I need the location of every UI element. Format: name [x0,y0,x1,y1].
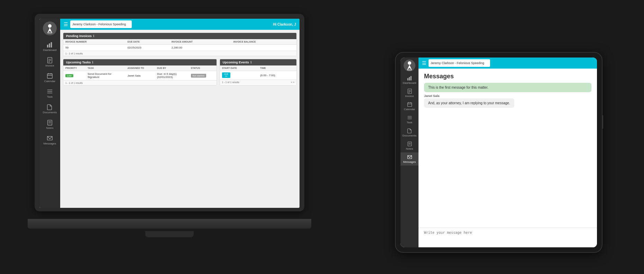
cell-invoice-number: 59 [63,45,126,51]
sidebar-item-dashboard[interactable]: Dashboard [39,39,60,54]
table-row: Low Send Document forSignature Janet Sal… [63,71,217,80]
svg-rect-3 [49,43,50,47]
col-invoice-amount: INVOICE AMOUNT [169,39,231,45]
sidebar-item-messages[interactable]: Messages [39,132,60,148]
tablet-side-button [602,115,603,129]
message-input[interactable] [424,231,591,243]
sidebar-notes-label: Notes [46,126,54,130]
tablet-sidebar-documents[interactable]: Documents [401,126,418,139]
col-assigned-to: ASSIGNED TO [125,65,155,71]
laptop-sidebar: Dashboard Invoice Calendar Task [39,19,60,208]
tablet-case-select[interactable]: Jeremy Clarkson - Felonious Speeding [429,59,490,67]
svg-rect-2 [47,45,48,47]
topbar-left: ☰ Jeremy Clarkson - Felonious Speeding [64,20,132,28]
tablet: Dashboard Invoice Calendar Task Document… [395,52,602,253]
cell-invoice-balance [231,45,296,51]
tablet-sidebar-calendar[interactable]: Calendar [401,100,418,113]
sidebar-item-documents[interactable]: Documents [39,101,60,117]
tablet-documents-label: Documents [403,134,416,137]
svg-point-20 [408,61,411,65]
pending-invoices-card: Pending Invoices ℹ INVOICE NUMBER DUE DA… [63,33,297,56]
tablet-sidebar-invoice[interactable]: Invoice [401,87,418,100]
cell-invoice-amount: 2,280.00 [169,45,231,51]
messages-body: This is the first message for this matte… [418,83,597,228]
messages-input-area [418,228,597,247]
tablet-sidebar-notes[interactable]: Notes [401,139,418,152]
svg-rect-25 [408,89,412,94]
col-due-date: DUE DATE [126,39,169,45]
tablet-menu-icon[interactable]: ☰ [422,60,426,66]
tablet-messages-label: Messages [403,160,416,163]
tablet-task-label: Task [407,121,412,124]
message-bubble-received: And, as your attorney, I am replying to … [424,98,514,108]
scene: Dashboard Invoice Calendar Task [0,0,644,274]
col-start-date: START DATE [220,65,258,71]
laptop-topbar: ☰ Jeremy Clarkson - Felonious Speeding H… [60,19,300,30]
col-invoice-number: INVOICE NUMBER [63,39,126,45]
event-date-badge: FEB14 [222,72,230,78]
upcoming-events-title: Upcoming Events [223,61,249,64]
tablet-notes-label: Notes [406,147,413,150]
upcoming-events-header: Upcoming Events ℹ [220,59,296,65]
upcoming-tasks-info: ℹ [92,61,93,64]
pending-invoices-results: 1 - 1 of 1 results [63,51,296,56]
sidebar-messages-label: Messages [44,142,56,145]
cell-due-date: 02/25/2023 [126,45,169,51]
bottom-row: Upcoming Tasks ℹ PRIORITY TASK ASSIGNED … [63,59,297,86]
tablet-topbar: ☰ Jeremy Clarkson - Felonious Speeding [418,58,597,69]
laptop-screen-inner: Dashboard Invoice Calendar Task [39,19,300,208]
tablet-sidebar-dashboard[interactable]: Dashboard [401,73,418,87]
sidebar-documents-label: Documents [43,111,57,114]
laptop-content-area: Pending Invoices ℹ INVOICE NUMBER DUE DA… [60,30,300,208]
svg-rect-4 [51,42,52,47]
cell-time: (6:00 - 7:00) [258,71,296,80]
svg-rect-24 [410,76,411,81]
tablet-messages-main: ☰ Jeremy Clarkson - Felonious Speeding M… [418,58,597,247]
upcoming-events-table: START DATE TIME FEB14 [220,65,296,80]
upcoming-events-card: Upcoming Events ℹ START DATE TIME [220,59,297,86]
laptop-base [28,219,311,229]
message-text-sent: This is the first message for this matte… [428,86,488,89]
svg-rect-16 [48,120,52,125]
upcoming-events-footer: 1 - 1 of 1 results < > [220,80,296,85]
svg-rect-5 [48,58,52,63]
col-time: TIME [258,65,296,71]
sidebar-item-notes[interactable]: Notes [39,117,60,132]
sidebar-item-invoice[interactable]: Invoice [39,54,60,70]
case-select[interactable]: Jeremy Clarkson - Felonious Speeding [70,20,132,28]
tablet-dashboard-label: Dashboard [403,81,416,85]
menu-icon[interactable]: ☰ [64,21,68,27]
messages-title: Messages [418,69,597,83]
upcoming-tasks-results: 1 - 1 of 1 results [63,80,217,85]
message-sender: Janet Sala [424,94,514,98]
cell-assigned-to: Janet Sala [125,71,155,80]
laptop-main: ☰ Jeremy Clarkson - Felonious Speeding H… [60,19,300,208]
cell-due-by: Due: in 6 day(s)(02/01/2023) [155,71,189,80]
upcoming-tasks-table: PRIORITY TASK ASSIGNED TO DUE BY STATUS [63,65,217,80]
laptop-foot [145,231,194,237]
laptop: Dashboard Invoice Calendar Task [35,14,304,249]
upcoming-events-results: 1 - 1 of 1 results [222,81,239,83]
sidebar-item-calendar[interactable]: Calendar [39,70,60,86]
cell-priority: Low [63,71,85,80]
upcoming-events-info: ℹ [250,61,251,64]
tablet-invoice-label: Invoice [405,95,414,98]
upcoming-tasks-title: Upcoming Tasks [66,61,91,64]
tablet-sidebar: Dashboard Invoice Calendar Task Document… [401,58,418,247]
table-row: 59 02/25/2023 2,280.00 [63,45,296,51]
sidebar-item-task[interactable]: Task [39,86,60,101]
pagination[interactable]: < > [291,81,294,83]
tablet-sidebar-task[interactable]: Task [401,113,418,126]
message-bubble-sent: This is the first message for this matte… [424,83,591,92]
pending-invoices-info-icon: ℹ [93,34,94,38]
sidebar-invoice-label: Invoice [45,64,54,67]
pending-invoices-header: Pending Invoices ℹ [63,33,296,39]
sidebar-dashboard-label: Dashboard [43,48,56,52]
message-group-received: Janet Sala And, as your attorney, I am r… [424,94,514,108]
table-row: FEB14 (6:00 - 7:00) [220,71,296,80]
priority-badge: Low [65,74,73,77]
tablet-sidebar-logo [404,60,415,71]
col-invoice-balance: INVOICE BALANCE [231,39,296,45]
message-text-received: And, as your attorney, I am replying to … [428,101,510,105]
tablet-sidebar-messages[interactable]: Messages [401,152,418,166]
